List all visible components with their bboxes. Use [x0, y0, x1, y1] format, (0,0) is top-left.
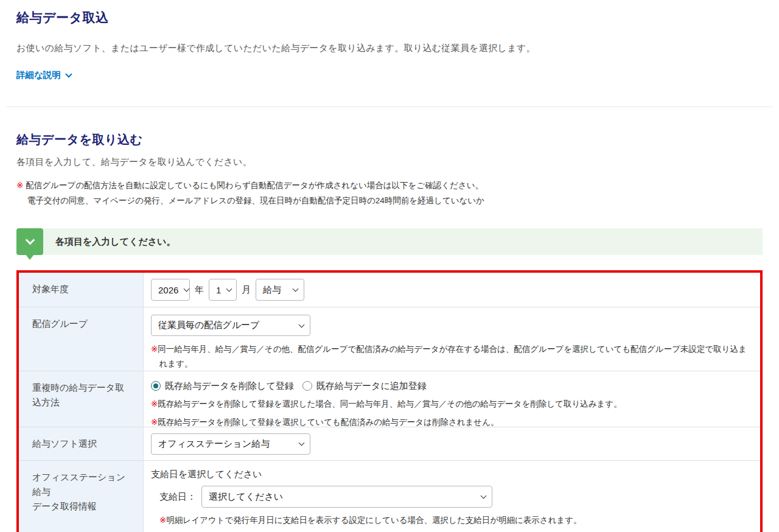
paytype-select[interactable]: 給与 [256, 279, 304, 301]
row-content: 2026 年 1 月 給与 [144, 273, 760, 307]
banner-text: 各項目を入力してください。 [43, 228, 763, 255]
radio-append-label[interactable]: 既存給与データに追加登録 [316, 380, 427, 392]
radio-delete-existing-label[interactable]: 既存給与データを削除して登録 [165, 380, 294, 392]
year-select[interactable]: 2026 [151, 279, 190, 301]
row-label-line1: オフィスステーション給与 [32, 470, 126, 499]
step-banner: 各項目を入力してください。 [16, 228, 763, 255]
note-mark: ※ [151, 418, 158, 427]
row-label: 給与ソフト選択 [19, 427, 144, 460]
chevron-down-icon [184, 286, 190, 292]
section-title: 給与データを取り込む [16, 131, 763, 148]
duplicate-method-radio-group: 既存給与データを削除して登録 既存給与データに追加登録 [151, 378, 750, 394]
payday-heading: 支給日を選択してください [151, 469, 750, 480]
chevron-down-icon [25, 236, 35, 245]
page-description: お使いの給与ソフト、またはユーザー様で作成していただいた給与データを取り込みます… [16, 43, 763, 54]
chevron-down-icon [293, 286, 299, 292]
speech-bubble-tail [26, 254, 34, 260]
month-select[interactable]: 1 [209, 279, 237, 301]
import-form-table: 対象年度 2026 年 1 月 給与 配信グループ [16, 270, 763, 532]
radio-append[interactable] [302, 381, 312, 391]
note-text: 既存給与データを削除して登録を選択していても配信済みの給与データは削除されません… [158, 418, 498, 427]
page-title: 給与データ取込 [16, 9, 763, 26]
table-row-software-select: 給与ソフト選択 オフィスステーション給与 [19, 427, 760, 461]
chevron-down-icon [299, 321, 305, 327]
note-mark: ※ [16, 181, 23, 190]
chevron-down-icon [481, 493, 487, 499]
duplicate-method-note-1: ※既存給与データを削除して登録を選択した場合、同一給与年月、給与／賞与／その他の… [151, 396, 750, 412]
row-label-line2: データ取得情報 [32, 499, 126, 514]
row-label: 配信グループ [19, 307, 144, 371]
row-content: 支給日を選択してください 支給日： 選択してください ※明細レイアウトで発行年月… [144, 461, 760, 532]
year-unit-label: 年 [195, 284, 204, 296]
software-select[interactable]: オフィスステーション給与 [151, 433, 310, 455]
detail-description-toggle[interactable]: 詳細な説明 [16, 69, 71, 81]
month-select-value: 1 [216, 285, 221, 295]
note-mark: ※ [151, 399, 158, 408]
note-mark: ※ [159, 516, 166, 525]
chevron-down-icon [226, 286, 232, 292]
row-content: 従業員毎の配信グループ ※同一給与年月、給与／賞与／その他、配信グループで配信済… [144, 307, 760, 371]
chevron-down-icon [65, 71, 72, 77]
delivery-group-select-value: 従業員毎の配信グループ [158, 320, 259, 331]
section-divider [6, 107, 773, 107]
detail-link-label: 詳細な説明 [16, 69, 61, 81]
table-row-duplicate-method: 重複時の給与データ取込方法 既存給与データを削除して登録 既存給与データに追加登… [19, 371, 760, 427]
payday-select-row: 支給日： 選択してください [151, 486, 750, 508]
year-select-value: 2026 [158, 285, 178, 295]
note-text: 明細レイアウトで発行年月日に支給日を表示する設定にしている場合、選択した支給日が… [166, 516, 581, 525]
table-row-data-info: オフィスステーション給与 データ取得情報 支給日を選択してください 支給日： 選… [19, 461, 760, 532]
month-unit-label: 月 [242, 284, 251, 296]
collapse-toggle-button[interactable] [16, 228, 43, 255]
row-content: 既存給与データを削除して登録 既存給与データに追加登録 ※既存給与データを削除し… [144, 371, 760, 427]
delivery-group-select[interactable]: 従業員毎の配信グループ [151, 315, 310, 336]
row-content: オフィスステーション給与 [144, 427, 760, 460]
table-row-delivery-group: 配信グループ 従業員毎の配信グループ ※同一給与年月、給与／賞与／その他、配信グ… [19, 307, 760, 371]
row-label: 対象年度 [19, 273, 144, 307]
table-row-target-year: 対象年度 2026 年 1 月 給与 [19, 273, 760, 307]
row-label: オフィスステーション給与 データ取得情報 [19, 461, 144, 532]
section-lead: 各項目を入力して、給与データを取り込んでください。 [16, 156, 763, 168]
paytype-select-value: 給与 [263, 284, 281, 296]
note-mark: ※ [151, 345, 158, 354]
section-notes: ※配信グループの配信方法を自動に設定しているにも関わらず自動配信データが作成され… [16, 178, 763, 208]
delivery-group-note: ※同一給与年月、給与／賞与／その他、配信グループで配信済みの給与データが存在する… [151, 342, 750, 371]
radio-delete-existing[interactable] [151, 381, 161, 391]
chevron-down-icon [299, 440, 305, 446]
note-text: 同一給与年月、給与／賞与／その他、配信グループで配信済みの給与データが存在する場… [158, 345, 747, 368]
note-text: 配信グループの配信方法を自動に設定しているにも関わらず自動配信データが作成されな… [26, 181, 483, 190]
note-line: 電子交付の同意、マイページの発行、メールアドレスの登録、現在日時が自動配信予定日… [16, 193, 763, 208]
payday-label: 支給日： [159, 491, 196, 503]
note-line: ※配信グループの配信方法を自動に設定しているにも関わらず自動配信データが作成され… [16, 178, 763, 193]
row-label: 重複時の給与データ取込方法 [19, 371, 144, 427]
payday-note: ※明細レイアウトで発行年月日に支給日を表示する設定にしている場合、選択した支給日… [159, 513, 750, 528]
software-select-value: オフィスステーション給与 [158, 438, 270, 450]
payday-select-value: 選択してください [209, 491, 283, 503]
page: 給与データ取込 お使いの給与ソフト、またはユーザー様で作成していただいた給与デー… [0, 0, 779, 532]
note-text: 既存給与データを削除して登録を選択した場合、同一給与年月、給与／賞与／その他の給… [158, 399, 621, 408]
payday-select[interactable]: 選択してください [201, 486, 492, 508]
